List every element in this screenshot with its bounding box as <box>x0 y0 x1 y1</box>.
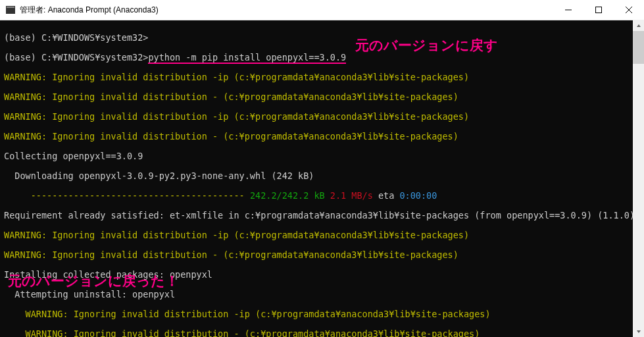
warning-line: WARNING: Ignoring invalid distribution -… <box>4 72 469 82</box>
progress-size: 242.2/242.2 kB <box>245 190 325 201</box>
window-controls <box>553 0 644 20</box>
warning-line: WARNING: Ignoring invalid distribution -… <box>4 309 491 319</box>
svg-rect-1 <box>7 7 14 8</box>
scroll-down-button[interactable] <box>633 326 644 337</box>
output-line: Attempting uninstall: openpyxl <box>4 289 175 299</box>
maximize-button[interactable] <box>583 0 614 20</box>
vertical-scrollbar[interactable] <box>633 20 644 337</box>
warning-line: WARNING: Ignoring invalid distribution -… <box>4 249 458 260</box>
scrollbar-thumb[interactable] <box>633 31 644 64</box>
warning-line: WARNING: Ignoring invalid distribution -… <box>4 230 469 240</box>
eta-value: 0:00:00 <box>394 190 437 201</box>
output-line: Downloading openpyxl-3.0.9-py2.py3-none-… <box>4 170 314 181</box>
output-line: Collecting openpyxl==3.0.9 <box>4 151 143 161</box>
prompt-line: (base) C:¥WINDOWS¥system32> <box>4 32 148 43</box>
svg-rect-3 <box>596 7 602 13</box>
eta-label: eta <box>373 190 395 201</box>
svg-marker-7 <box>637 330 641 333</box>
terminal-window: 管理者: Anaconda Prompt (Anaconda3) (base) … <box>0 0 644 337</box>
minimize-button[interactable] <box>553 0 583 20</box>
svg-marker-6 <box>637 24 641 27</box>
warning-line: WARNING: Ignoring invalid distribution -… <box>4 328 480 337</box>
app-icon <box>5 5 16 15</box>
progress-speed: 2.1 MB/s <box>325 190 373 201</box>
scrollbar-track[interactable] <box>633 31 644 326</box>
window-title: 管理者: Anaconda Prompt (Anaconda3) <box>20 5 553 16</box>
titlebar[interactable]: 管理者: Anaconda Prompt (Anaconda3) <box>0 0 644 20</box>
terminal-output[interactable]: (base) C:¥WINDOWS¥system32> (base) C:¥WI… <box>0 20 644 337</box>
prompt-line: (base) C:¥WINDOWS¥system32> <box>4 52 148 63</box>
warning-line: WARNING: Ignoring invalid distribution -… <box>4 111 469 122</box>
close-button[interactable] <box>614 0 644 20</box>
progress-bar: ---------------------------------------- <box>4 190 245 201</box>
output-line: Requirement already satisfied: et-xmlfil… <box>4 210 635 220</box>
scroll-up-button[interactable] <box>633 20 644 31</box>
output-line: Installing collected packages: openpyxl <box>4 269 212 280</box>
warning-line: WARNING: Ignoring invalid distribution -… <box>4 131 458 142</box>
command-text: python -m pip install openpyxl==3.0.9 <box>148 52 346 64</box>
warning-line: WARNING: Ignoring invalid distribution -… <box>4 91 458 102</box>
